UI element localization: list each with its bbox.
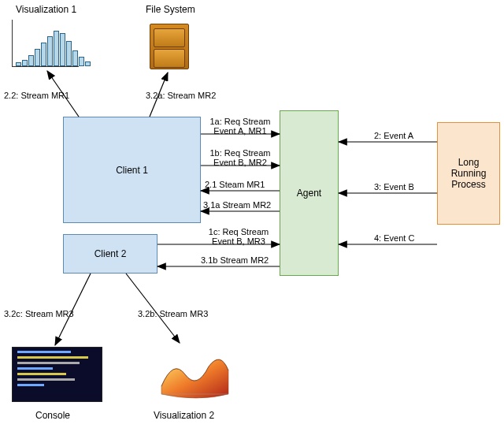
- visualization2-title: Visualization 2: [154, 410, 214, 421]
- edge-label-1c: 1c: Req StreamEvent B, MR3: [203, 227, 274, 246]
- edge-label-3-2a: 3.2a: Stream MR2: [146, 91, 216, 100]
- surface-plot-icon: [154, 343, 232, 402]
- client2-node: Client 2: [63, 234, 158, 274]
- client2-label: Client 2: [94, 248, 127, 259]
- edge-label-2-1: 2.1 Steam MR1: [205, 180, 265, 189]
- histogram-icon: [12, 20, 79, 67]
- edge-label-3-2c: 3.2c: Stream MR3: [4, 309, 74, 318]
- visualization1-title: Visualization 1: [16, 4, 76, 15]
- client1-label: Client 1: [116, 165, 148, 176]
- edge-label-event-b: 3: Event B: [374, 182, 414, 192]
- client1-node: Client 1: [63, 117, 201, 223]
- edge-label-event-c: 4: Event C: [374, 233, 414, 243]
- file-cabinet-icon: [150, 24, 189, 69]
- file-system-title: File System: [146, 4, 195, 15]
- console-title: Console: [35, 410, 70, 421]
- edge-label-3-2b: 3.2b: Stream MR3: [138, 309, 208, 318]
- console-icon: [12, 347, 102, 402]
- agent-label: Agent: [297, 188, 321, 199]
- edge-label-3-1b: 3.1b Stream MR2: [201, 255, 269, 265]
- edge-label-1b: 1b: Req StreamEvent B, MR2: [205, 148, 276, 167]
- agent-node: Agent: [280, 110, 339, 276]
- edge-label-3-1a: 3.1a Stream MR2: [203, 200, 271, 210]
- edge-label-1a: 1a: Req StreamEvent A, MR1: [205, 117, 276, 136]
- svg-line-9: [126, 274, 180, 343]
- lrp-label: Long Running Process: [451, 157, 487, 190]
- edge-label-2-2: 2.2: Stream MR1: [4, 91, 69, 100]
- edge-label-event-a: 2: Event A: [374, 131, 413, 140]
- long-running-process-node: Long Running Process: [437, 122, 500, 225]
